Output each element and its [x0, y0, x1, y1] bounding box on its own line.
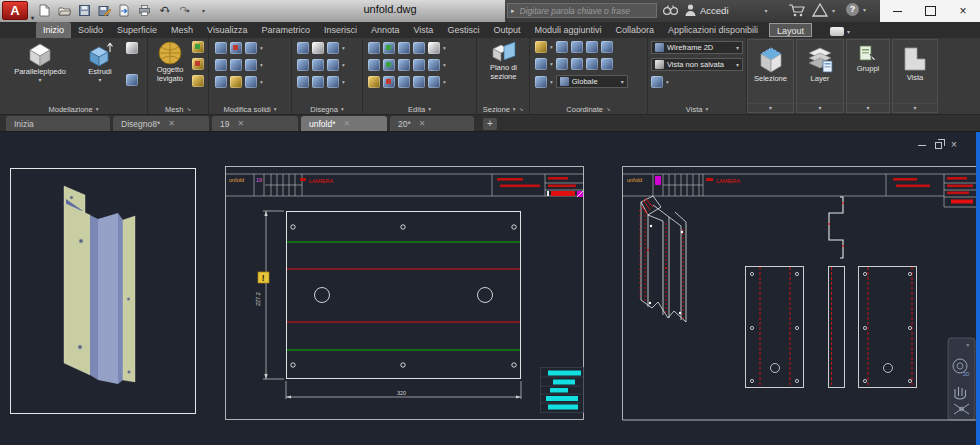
edit-row2[interactable]: ▾: [368, 59, 446, 71]
panel-layer[interactable]: Layer ▾: [796, 39, 844, 113]
edit-row1[interactable]: ▾: [368, 42, 446, 54]
close-icon[interactable]: ✕: [168, 119, 175, 128]
close-icon[interactable]: ✕: [237, 119, 244, 128]
tab-moduli-aggiuntivi[interactable]: Moduli aggiuntivi: [527, 22, 608, 38]
panel-caption-disegna[interactable]: Disegna▾: [292, 103, 362, 115]
redo-button[interactable]: ↷▾: [176, 2, 193, 19]
oggetto-levigato-button[interactable]: Oggetto levigato: [150, 40, 190, 83]
panel-caption-mesh[interactable]: Mesh↘: [148, 103, 208, 115]
ucs-row3[interactable]: ▾ Globale▾: [535, 75, 628, 88]
right-viewport[interactable]: unfold LAMIERA: [622, 167, 976, 421]
save-button[interactable]: [76, 2, 93, 19]
file-tab-disegno8[interactable]: Disegno8*✕: [113, 116, 209, 131]
tab-parametrico[interactable]: Parametrico: [254, 22, 317, 38]
panel-caption-vista[interactable]: Vista▾: [648, 103, 746, 115]
window-minimize-button[interactable]: [882, 0, 912, 22]
tab-superficie[interactable]: Superficie: [110, 22, 164, 38]
drawing-canvas[interactable]: unfold 19 LAMIERA: [0, 132, 980, 445]
surface-tool-button[interactable]: [126, 42, 138, 54]
panel-caption-coordinate[interactable]: Coordinate↘: [530, 103, 647, 115]
draw-row1[interactable]: ▾: [297, 42, 345, 54]
view-dropdown[interactable]: Vista non salvata▾: [651, 58, 743, 71]
panel-caption-sezione[interactable]: Sezione▾↘: [477, 103, 529, 115]
ucs-row1[interactable]: ▾: [535, 41, 613, 53]
draw-row2[interactable]: ▾: [297, 59, 345, 71]
panel-launcher-icon[interactable]: ↘: [519, 106, 524, 112]
file-tab-unfold[interactable]: unfold*✕: [301, 116, 387, 131]
store-button[interactable]: [788, 3, 806, 17]
chevron-down-icon[interactable]: ▾: [797, 103, 843, 111]
help-button[interactable]: ?▾: [846, 3, 866, 16]
undo-button[interactable]: ↶▾: [156, 2, 173, 19]
drawing-minimize-icon[interactable]: [918, 145, 926, 146]
surface-object-button[interactable]: [126, 74, 138, 86]
tab-collabora[interactable]: Collabora: [608, 22, 661, 38]
visual-style-dropdown[interactable]: Wireframe 2D▾: [651, 41, 743, 54]
middle-viewport[interactable]: unfold 19 LAMIERA: [226, 167, 585, 420]
chevron-down-icon[interactable]: ▾: [893, 103, 937, 111]
tab-gestisci[interactable]: Gestisci: [440, 22, 486, 38]
app-menu-button[interactable]: A▾: [2, 1, 28, 20]
search-go-icon[interactable]: ▸: [508, 7, 518, 15]
left-viewport[interactable]: [11, 169, 196, 414]
panel-vista-tile[interactable]: Vista ▾: [892, 39, 938, 113]
solidedit-row2[interactable]: ▾: [215, 59, 263, 71]
file-tab-inizia[interactable]: Inizia: [6, 116, 110, 131]
ucs-row2[interactable]: ▾: [535, 58, 613, 70]
panel-launcher-icon[interactable]: ↘: [606, 106, 611, 112]
piano-di-sezione-button[interactable]: Piano di sezione: [481, 40, 526, 81]
panel-gruppi[interactable]: Gruppi ▾: [846, 39, 890, 113]
window-close-button[interactable]: ×: [948, 0, 978, 22]
solidedit-row3[interactable]: ▾: [215, 76, 263, 88]
file-tab-20[interactable]: 20*✕: [390, 116, 474, 131]
drawing-restore-icon[interactable]: [935, 142, 942, 149]
mesh-crease-button[interactable]: [192, 75, 204, 87]
sign-in-button[interactable]: Accedi ▾: [684, 3, 768, 17]
transfer-button[interactable]: [116, 2, 133, 19]
tab-mesh[interactable]: Mesh: [164, 22, 200, 38]
save-as-button[interactable]: [96, 2, 113, 19]
draw-row3[interactable]: ▾: [297, 76, 345, 88]
navigation-bar[interactable]: × 2D: [948, 338, 975, 420]
close-icon[interactable]: ✕: [343, 119, 350, 128]
tab-applicazioni-disponibili[interactable]: Applicazioni disponibili: [661, 22, 765, 38]
chevron-down-icon[interactable]: ▾: [748, 103, 793, 111]
panel-launcher-icon[interactable]: ↘: [186, 106, 191, 112]
tab-visualizza[interactable]: Visualizza: [200, 22, 254, 38]
drawing-close-icon[interactable]: ×: [951, 140, 957, 150]
tab-solido[interactable]: Solido: [71, 22, 110, 38]
solidedit-row1[interactable]: ▾: [215, 42, 263, 54]
tab-layout[interactable]: Layout: [769, 23, 812, 37]
window-maximize-button[interactable]: [915, 0, 945, 22]
drawing-area[interactable]: unfold 19 LAMIERA: [0, 132, 980, 445]
mesh-refine-button[interactable]: [192, 41, 204, 53]
qat-customize-button[interactable]: ▾: [196, 2, 213, 19]
ribbon-collapse-button[interactable]: ▾: [830, 27, 850, 36]
chevron-down-icon[interactable]: ▾: [847, 103, 889, 111]
open-button[interactable]: [56, 2, 73, 19]
edit-row3[interactable]: ▾: [368, 76, 446, 88]
panel-caption-modellazione[interactable]: Modellazione▾: [0, 103, 147, 115]
tab-inizio[interactable]: Inizio: [36, 22, 71, 38]
search-input[interactable]: [518, 5, 656, 17]
estrudi-button[interactable]: Estrudi▾: [78, 40, 122, 84]
infocenter-search[interactable]: ▸: [507, 3, 657, 18]
panel-selezione[interactable]: Selezione ▾: [747, 39, 794, 113]
navbar-close-icon[interactable]: ×: [966, 342, 970, 348]
viewport-tools-row[interactable]: ▾: [651, 76, 669, 88]
ucs-dropdown[interactable]: Globale▾: [556, 75, 628, 88]
file-tab-19[interactable]: 19✕: [212, 116, 298, 131]
panel-caption-modifica-solidi[interactable]: Modifica solidi▾: [209, 103, 291, 115]
mesh-reduce-button[interactable]: [192, 58, 204, 70]
tab-annota[interactable]: Annota: [364, 22, 407, 38]
new-tab-button[interactable]: +: [483, 118, 497, 130]
panel-caption-edita[interactable]: Edita▾: [363, 103, 476, 115]
search-button[interactable]: [662, 3, 679, 17]
plot-button[interactable]: [136, 2, 153, 19]
tab-inserisci[interactable]: Inserisci: [317, 22, 364, 38]
tab-vista[interactable]: Vista: [407, 22, 441, 38]
autodesk-app-button[interactable]: ▾: [812, 3, 835, 17]
new-drawing-button[interactable]: [36, 2, 53, 19]
tab-output[interactable]: Output: [486, 22, 527, 38]
close-icon[interactable]: ✕: [419, 119, 426, 128]
